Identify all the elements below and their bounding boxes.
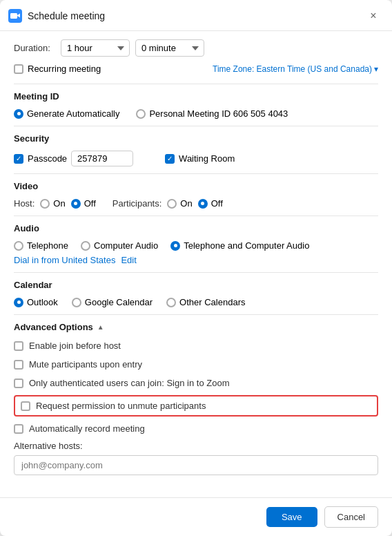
audio-options: Telephone Computer Audio Telephone and C…: [14, 240, 378, 251]
waiting-room-label: Waiting Room: [179, 153, 235, 164]
enable-join-label: Enable join before host: [29, 341, 121, 351]
enable-join-checkbox[interactable]: [14, 341, 23, 351]
participants-off-option[interactable]: Off: [198, 198, 223, 209]
google-calendar-option[interactable]: Google Calendar: [72, 297, 153, 307]
participants-group: Participants: On Off: [112, 198, 223, 209]
computer-audio-option[interactable]: Computer Audio: [81, 240, 158, 251]
generate-auto-option[interactable]: Generate Automatically: [14, 108, 119, 119]
telephone-computer-label: Telephone and Computer Audio: [184, 240, 309, 251]
authenticated-users-checkbox[interactable]: [14, 379, 23, 388]
save-button[interactable]: Save: [266, 507, 317, 527]
timezone-link[interactable]: Time Zone: Eastern Time (US and Canada) …: [213, 64, 378, 74]
advanced-option-3: Only authenticated users can join: Sign …: [14, 376, 378, 390]
cancel-button[interactable]: Cancel: [324, 506, 378, 528]
other-calendars-label: Other Calendars: [179, 297, 245, 307]
recurring-timezone-row: Recurring meeting Time Zone: Eastern Tim…: [14, 64, 378, 74]
advanced-option-5: Automatically record meeting: [14, 422, 378, 435]
participants-on-label: On: [180, 198, 192, 209]
calendar-section: Calendar Outlook Google Calendar Other C…: [14, 280, 378, 307]
divider-2: [14, 126, 378, 126]
video-title: Video: [14, 181, 378, 191]
other-calendars-radio[interactable]: [166, 298, 176, 307]
personal-id-label: Personal Meeting ID 606 505 4043: [149, 108, 288, 119]
duration-hour-select[interactable]: 1 hour 2 hours 30 minutes: [61, 39, 130, 57]
telephone-computer-radio[interactable]: [170, 241, 180, 251]
host-on-label: On: [53, 198, 65, 209]
passcode-input[interactable]: [71, 151, 133, 166]
mute-participants-label: Mute participants upon entry: [29, 359, 142, 370]
divider-3: [14, 173, 378, 174]
meeting-id-section: Meeting ID Generate Automatically Person…: [14, 91, 378, 119]
advanced-options-section: Advanced Options ▲ Enable join before ho…: [14, 322, 378, 475]
generate-auto-label: Generate Automatically: [27, 108, 119, 119]
participants-on-radio[interactable]: [167, 199, 177, 209]
timezone-text: Time Zone: Eastern Time (US and Canada): [213, 64, 372, 74]
meeting-id-row: Generate Automatically Personal Meeting …: [14, 108, 378, 119]
auto-record-checkbox[interactable]: [14, 424, 23, 434]
host-on-radio[interactable]: [40, 199, 50, 209]
computer-audio-label: Computer Audio: [94, 240, 158, 251]
outlook-radio[interactable]: [14, 298, 23, 307]
dialog-footer: Save Cancel: [0, 497, 392, 536]
advanced-options-header[interactable]: Advanced Options ▲: [14, 322, 378, 332]
dialog-title: Schedule meeting: [28, 10, 105, 21]
close-button[interactable]: ×: [366, 8, 381, 23]
calendar-options: Outlook Google Calendar Other Calendars: [14, 297, 378, 307]
telephone-label: Telephone: [27, 240, 68, 251]
telephone-option[interactable]: Telephone: [14, 240, 68, 251]
participants-on-option[interactable]: On: [167, 198, 192, 209]
request-unmute-checkbox[interactable]: [21, 401, 30, 411]
security-row: Passcode Waiting Room: [14, 151, 378, 166]
audio-title: Audio: [14, 223, 378, 233]
authenticated-users-label: Only authenticated users can join: Sign …: [29, 378, 230, 388]
title-bar-left: Schedule meeting: [8, 9, 105, 23]
advanced-option-2: Mute participants upon entry: [14, 358, 378, 371]
alt-hosts-input[interactable]: [14, 455, 378, 475]
alt-hosts-label: Alternative hosts:: [14, 441, 378, 451]
security-title: Security: [14, 133, 378, 144]
generate-auto-radio[interactable]: [14, 109, 23, 119]
participants-off-radio[interactable]: [198, 199, 208, 209]
google-calendar-radio[interactable]: [72, 298, 81, 307]
duration-minute-select[interactable]: 0 minute 15 minutes 30 minutes 45 minute…: [135, 39, 204, 57]
computer-audio-radio[interactable]: [81, 241, 90, 251]
audio-section: Audio Telephone Computer Audio Telephone…: [14, 223, 378, 265]
passcode-label: Passcode: [28, 153, 67, 164]
recurring-checkbox[interactable]: [14, 64, 23, 74]
google-calendar-label: Google Calendar: [85, 297, 153, 307]
mute-participants-checkbox[interactable]: [14, 360, 23, 370]
host-off-radio[interactable]: [71, 199, 81, 209]
participants-off-label: Off: [211, 198, 223, 209]
divider-4: [14, 216, 378, 216]
passcode-group: Passcode: [14, 151, 133, 166]
advanced-options-chevron-icon: ▲: [97, 323, 104, 331]
recurring-label: Recurring meeting: [28, 64, 101, 74]
advanced-options-title: Advanced Options: [14, 322, 93, 332]
host-label: Host:: [14, 198, 35, 209]
host-off-label: Off: [84, 198, 96, 209]
security-section: Security Passcode Waiting Room: [14, 133, 378, 166]
outlook-option[interactable]: Outlook: [14, 297, 58, 307]
other-calendars-option[interactable]: Other Calendars: [166, 297, 245, 307]
calendar-title: Calendar: [14, 280, 378, 290]
waiting-room-group: Waiting Room: [165, 153, 235, 164]
edit-link[interactable]: Edit: [121, 255, 136, 265]
waiting-room-checkbox[interactable]: [165, 154, 175, 164]
title-bar: Schedule meeting ×: [0, 0, 392, 31]
dial-in-link[interactable]: Dial in from United States: [14, 255, 115, 265]
host-on-option[interactable]: On: [40, 198, 65, 209]
personal-id-radio[interactable]: [136, 109, 146, 119]
recurring-group: Recurring meeting: [14, 64, 101, 74]
telephone-radio[interactable]: [14, 241, 23, 251]
divider-6: [14, 314, 378, 315]
passcode-checkbox[interactable]: [14, 154, 23, 164]
telephone-and-computer-option[interactable]: Telephone and Computer Audio: [170, 240, 309, 251]
timezone-chevron-icon: ▾: [374, 64, 378, 74]
auto-record-label: Automatically record meeting: [29, 423, 145, 434]
host-off-option[interactable]: Off: [71, 198, 96, 209]
schedule-meeting-dialog: Schedule meeting × Duration: 1 hour 2 ho…: [0, 0, 392, 536]
dial-in-row: Dial in from United States Edit: [14, 255, 378, 265]
personal-id-option[interactable]: Personal Meeting ID 606 505 4043: [136, 108, 288, 119]
advanced-option-1: Enable join before host: [14, 339, 378, 352]
request-unmute-label: Request permission to unmute participant…: [36, 401, 206, 411]
